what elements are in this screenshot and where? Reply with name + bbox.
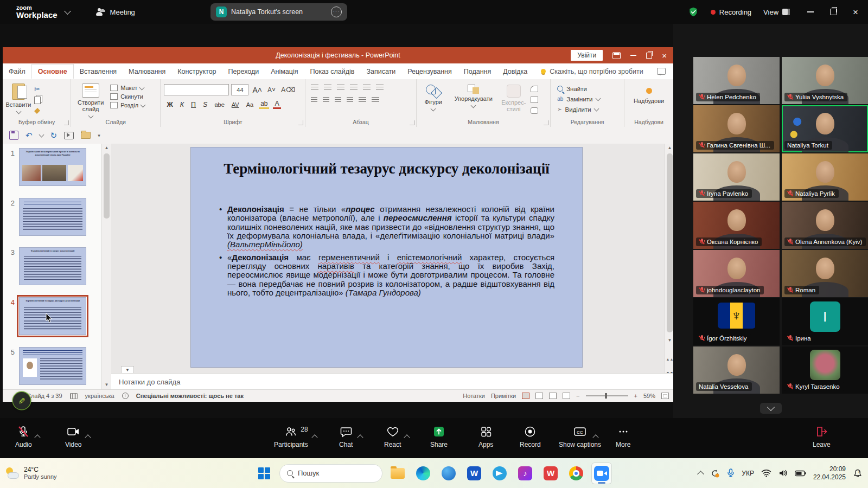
zoom-in-button[interactable]: + [634, 393, 637, 399]
numbering-icon[interactable] [324, 85, 331, 91]
scroll-participants-down-button[interactable] [760, 403, 782, 414]
ellipsis-icon[interactable]: ··· [331, 7, 342, 17]
quick-styles-button[interactable]: Експрес-стилі [497, 85, 531, 112]
language-indicator[interactable]: УКР [742, 470, 754, 477]
fit-to-window-button[interactable] [661, 393, 669, 399]
volume-icon[interactable] [778, 469, 788, 477]
indent-decrease-icon[interactable] [337, 85, 344, 91]
shape-outline-icon[interactable] [531, 97, 538, 103]
redo-icon[interactable]: ↻ [50, 131, 58, 139]
arrange-button[interactable]: Упорядкувати [450, 85, 497, 108]
char-spacing-button[interactable]: AV [230, 101, 241, 108]
share-button[interactable]: Share [430, 425, 448, 448]
slide-thumbnail-4-selected[interactable]: Термінологічний тезаурус дискурсу деколо… [19, 297, 86, 335]
copy-icon[interactable] [34, 97, 41, 104]
layout-button[interactable]: Макет [110, 84, 145, 92]
wps-button[interactable]: W [540, 463, 561, 484]
language-label[interactable]: українська [85, 393, 114, 399]
font-size-input[interactable]: 44 [231, 84, 248, 95]
microphone-tray-icon[interactable] [727, 468, 735, 478]
wifi-icon[interactable] [761, 469, 771, 477]
more-button[interactable]: More [616, 425, 630, 448]
tab-file[interactable]: Файл [3, 65, 31, 79]
audio-button[interactable]: Audio [15, 425, 32, 448]
columns-icon[interactable] [359, 97, 366, 103]
open-file-icon[interactable] [81, 132, 91, 139]
normal-view-button[interactable] [522, 393, 529, 399]
cut-icon[interactable]: ✂ [34, 86, 41, 93]
clock[interactable]: 20:09 22.04.2025 [813, 465, 846, 481]
clear-format-button[interactable]: A⌫ [279, 86, 297, 94]
reading-view-button[interactable] [549, 393, 557, 399]
word-button[interactable]: W [464, 463, 484, 484]
participant-tile[interactable]: Roman [782, 250, 868, 297]
highlight-button[interactable]: ab [259, 100, 269, 109]
participant-tile[interactable]: Olena Annenkova (Kyiv) [782, 202, 868, 249]
paste-button[interactable]: Вставити [3, 79, 34, 114]
tab-view[interactable]: Подання [458, 65, 497, 79]
dialog-launcher-icon[interactable] [64, 120, 69, 125]
ppt-minimize-button[interactable] [630, 55, 636, 56]
font-color-button[interactable]: A [273, 100, 280, 109]
slide-thumbnail-2[interactable] [19, 198, 86, 236]
comments-toggle-button[interactable]: Примітки [491, 393, 516, 399]
customize-qat-icon[interactable]: ▾ [98, 133, 100, 138]
react-options-caret[interactable] [404, 434, 410, 440]
taskbar-search[interactable]: Пошук [279, 464, 382, 483]
video-options-caret[interactable] [85, 434, 91, 440]
thumb-scroll-up[interactable]: ▲ [102, 144, 111, 152]
grow-font-button[interactable]: A˄ [251, 86, 264, 94]
notes-toggle-button[interactable]: Нотатки [463, 393, 485, 399]
participant-tile[interactable]: Kyryl Tarasenko [782, 346, 868, 394]
zoom-out-button[interactable]: − [576, 393, 579, 399]
blue-app-button[interactable] [438, 463, 459, 484]
video-button[interactable]: Video [65, 425, 81, 448]
participant-tile[interactable]: Галина Євгенівна Ш... [693, 105, 780, 152]
chevron-down-icon[interactable] [64, 8, 71, 15]
media-app-button[interactable]: ♪ [515, 463, 535, 484]
align-right-icon[interactable] [335, 97, 341, 103]
tab-animations[interactable]: Анімація [265, 65, 304, 79]
tell-me-search[interactable]: Скажіть, що потрібно зробити [541, 68, 643, 75]
start-slideshow-icon[interactable] [64, 132, 74, 139]
italic-button[interactable]: К [178, 101, 186, 108]
sync-icon[interactable] [710, 468, 720, 478]
bold-button[interactable]: Ж [165, 101, 174, 108]
align-center-icon[interactable] [323, 97, 329, 103]
start-button[interactable] [254, 463, 275, 484]
shape-effects-icon[interactable] [531, 107, 538, 114]
notes-pane[interactable]: Нотатки до слайда [111, 373, 673, 390]
shadow-button[interactable]: S [201, 101, 209, 108]
zoom-slider[interactable] [586, 395, 628, 396]
apps-button[interactable]: Apps [478, 425, 493, 448]
tab-slideshow[interactable]: Показ слайдів [304, 65, 361, 79]
restore-button[interactable] [830, 9, 837, 15]
telegram-button[interactable] [489, 463, 510, 484]
change-case-button[interactable]: Aa [245, 101, 255, 108]
notification-bell-icon[interactable]: z [853, 468, 863, 478]
thumb-scroll-down[interactable]: ▼ [102, 381, 111, 389]
participant-tile[interactable]: Yuliia Vyshnytska [782, 57, 868, 104]
strikethrough-button[interactable]: abe [213, 101, 226, 108]
undo-dropdown-icon[interactable] [39, 132, 44, 138]
participant-tile[interactable]: Iryna Pavlenko [693, 153, 780, 201]
find-button[interactable]: Знайти [557, 84, 624, 94]
slide-thumbnail-5[interactable] [19, 347, 86, 385]
tab-design[interactable]: Конструктор [171, 65, 222, 79]
recording-indicator[interactable]: Recording [711, 8, 751, 16]
format-painter-icon[interactable] [34, 108, 40, 114]
shrink-font-button[interactable]: A˅ [266, 86, 277, 94]
tab-record[interactable]: Записати [360, 65, 401, 79]
edge-button[interactable] [413, 463, 433, 484]
ppt-restore-button[interactable] [646, 53, 652, 59]
font-name-input[interactable] [164, 84, 229, 95]
participants-options-caret[interactable] [312, 434, 318, 440]
tab-review[interactable]: Рецензування [401, 65, 457, 79]
new-slide-button[interactable]: Створити слайд [71, 79, 110, 119]
replace-button[interactable]: abЗамінити [557, 94, 624, 104]
slide-sorter-view-button[interactable] [535, 393, 543, 399]
participant-tile[interactable]: Natalia Vesselova [693, 346, 780, 394]
smartart-icon[interactable] [372, 97, 379, 103]
participant-tile-active-speaker[interactable]: Nataliya Torkut [782, 105, 868, 152]
align-left-icon[interactable] [311, 97, 317, 103]
